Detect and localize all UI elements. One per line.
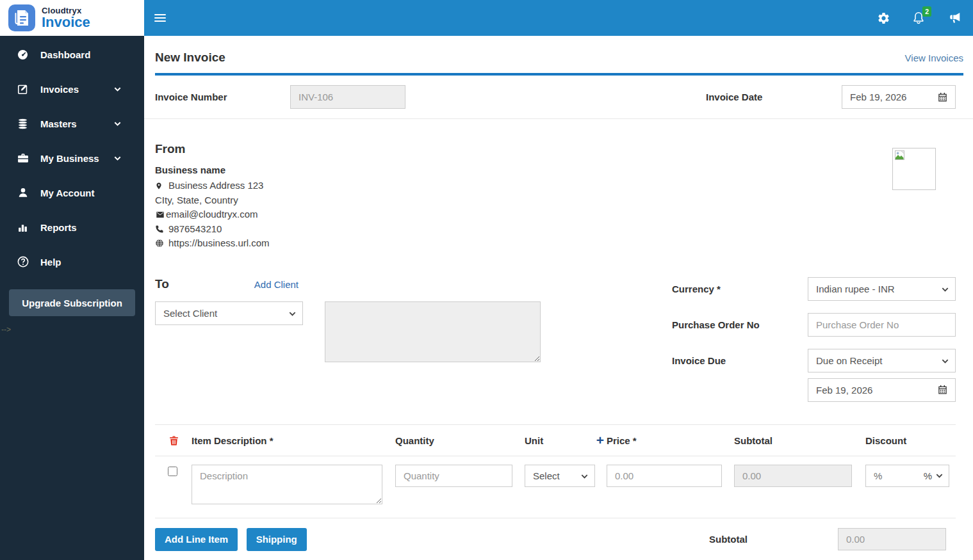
subtotal-label: Subtotal (709, 534, 748, 545)
question-circle-icon (16, 255, 29, 268)
subtotal-total-field (838, 528, 946, 550)
chevron-down-icon[interactable] (935, 472, 944, 480)
chevron-down-icon (113, 120, 122, 128)
invoice-due-dropdown[interactable]: Due on Receipt (808, 349, 956, 372)
hamburger-menu-icon[interactable] (154, 14, 166, 22)
bar-chart-icon (16, 222, 29, 233)
calendar-icon (938, 385, 947, 395)
calendar-icon (938, 92, 947, 102)
currency-dropdown[interactable]: Indian rupee - INR (808, 277, 956, 301)
sidebar-item-label: Masters (40, 118, 113, 129)
sidebar-item-label: Dashboard (40, 49, 122, 60)
quantity-input[interactable] (395, 465, 512, 487)
price-input[interactable] (607, 465, 722, 487)
add-column-plus-icon[interactable]: + (596, 436, 604, 445)
sidebar-item-label: My Account (40, 188, 122, 198)
unit-dropdown[interactable]: Select (525, 465, 595, 487)
sidebar-item-masters[interactable]: Masters (0, 106, 144, 141)
item-description-textarea[interactable] (192, 465, 382, 504)
sidebar-item-my-business[interactable]: My Business (0, 141, 144, 175)
main-content: New Invoice View Invoices Invoice Number… (144, 36, 973, 560)
header-quantity: Quantity (395, 435, 512, 446)
invoice-number-label: Invoice Number (155, 92, 290, 102)
business-logo-placeholder (892, 148, 936, 190)
header-subtotal: Subtotal (734, 435, 852, 446)
subtotal-row: Subtotal (709, 528, 956, 550)
pencil-square-icon (16, 83, 29, 95)
to-heading: To (155, 277, 169, 291)
invoice-number-field[interactable] (290, 85, 405, 109)
business-address-line2: CIty, State, Country (155, 193, 270, 208)
shipping-button[interactable]: Shipping (247, 528, 307, 551)
view-invoices-link[interactable]: View Invoices (905, 52, 963, 63)
header-item-description: Item Description * (192, 435, 382, 446)
notification-count-badge: 2 (922, 6, 931, 17)
due-date-field[interactable]: Feb 19, 2026 (808, 378, 956, 402)
brand-product: Invoice (42, 15, 90, 29)
add-client-link[interactable]: Add Client (254, 279, 298, 290)
business-website: https://business.url.com (155, 236, 270, 251)
header-discount: Discount (865, 435, 949, 446)
app-logo[interactable]: Cloudtryx Invoice (0, 0, 144, 36)
sidebar: Cloudtryx Invoice Dashboard Invoices Mas… (0, 0, 144, 560)
comment-artifact: --> (1, 325, 144, 334)
row-subtotal-field (734, 465, 852, 487)
sidebar-nav: Dashboard Invoices Masters My Business M… (0, 36, 144, 279)
business-phone: 9876543210 (155, 222, 270, 237)
line-items-header-row: Item Description * Quantity Unit + Price… (155, 425, 956, 456)
upgrade-subscription-button[interactable]: Upgrade Subscription (9, 289, 135, 316)
sidebar-item-my-account[interactable]: My Account (0, 175, 144, 210)
sidebar-item-help[interactable]: Help (0, 244, 144, 279)
chevron-down-icon (113, 85, 122, 93)
line-item-row: Select % (155, 456, 956, 518)
sidebar-item-dashboard[interactable]: Dashboard (0, 37, 144, 72)
items-footer: Add Line Item Shipping Subtotal (155, 528, 956, 551)
purchase-order-label: Purchase Order No (672, 319, 808, 330)
database-icon (16, 118, 29, 130)
purchase-order-input[interactable] (808, 313, 956, 337)
to-section: To Add Client Select Client (155, 277, 541, 362)
broken-image-icon (895, 150, 904, 160)
delete-rows-trash-icon[interactable] (168, 435, 179, 447)
chevron-down-icon (113, 154, 122, 163)
phone-icon (155, 225, 165, 234)
line-items-table: Item Description * Quantity Unit + Price… (155, 424, 956, 518)
header-unit: Unit (525, 435, 543, 446)
globe-icon (155, 239, 165, 248)
user-icon (16, 187, 29, 198)
page-title: New Invoice (155, 51, 225, 65)
header-price: Price * (607, 435, 722, 446)
notifications-bell-icon[interactable]: 2 (912, 11, 926, 25)
from-section: From Business name Business Address 123 … (144, 119, 973, 251)
invoice-meta-row: Invoice Number Invoice Date Feb 19, 2026 (144, 76, 973, 119)
select-client-dropdown[interactable]: Select Client (155, 301, 303, 325)
sidebar-item-reports[interactable]: Reports (0, 210, 144, 244)
sidebar-item-label: My Business (40, 153, 113, 164)
client-address-textarea[interactable] (325, 301, 541, 362)
discount-value-input[interactable] (866, 470, 924, 481)
app-logo-icon (8, 4, 35, 31)
to-details-section: To Add Client Select Client Currency * I… (144, 251, 973, 402)
invoice-date-field[interactable]: Feb 19, 2026 (842, 85, 956, 109)
topbar: 2 (144, 0, 973, 36)
invoice-details-section: Currency * Indian rupee - INR Purchase O… (672, 277, 956, 402)
gauge-icon (16, 49, 29, 61)
map-marker-icon (155, 181, 165, 191)
sidebar-item-label: Reports (40, 222, 122, 233)
sidebar-item-invoices[interactable]: Invoices (0, 72, 144, 106)
currency-label: Currency * (672, 284, 808, 294)
from-heading: From (155, 142, 270, 156)
briefcase-icon (16, 152, 29, 164)
invoice-due-label: Invoice Due (672, 355, 808, 366)
sidebar-item-label: Help (40, 257, 122, 268)
discount-unit-value: % (924, 470, 932, 481)
settings-gear-icon[interactable] (877, 12, 890, 25)
discount-control: % (865, 465, 949, 487)
row-select-checkbox[interactable] (168, 467, 177, 476)
announcements-megaphone-icon[interactable] (947, 11, 962, 25)
invoice-date-label: Invoice Date (706, 92, 842, 102)
business-email: email@cloudtryx.com (155, 207, 270, 222)
business-name: Business name (155, 164, 270, 175)
add-line-item-button[interactable]: Add Line Item (155, 528, 238, 551)
envelope-icon (155, 211, 165, 219)
